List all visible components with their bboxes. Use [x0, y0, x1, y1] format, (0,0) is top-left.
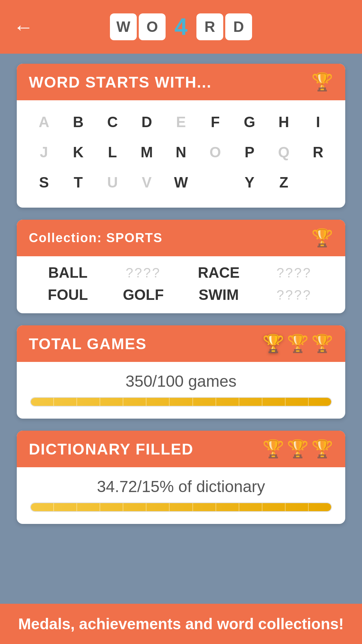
dictionary-filled-body: 34.72/15% of dictionary: [17, 467, 345, 524]
logo: W O 4 R D: [110, 13, 252, 40]
letter-r[interactable]: R: [301, 137, 335, 167]
trophy-icon-dict3: 🏆: [311, 439, 333, 459]
letter-a[interactable]: A: [27, 107, 61, 137]
bottom-banner: Medals, achievements and word collection…: [0, 604, 362, 644]
letter-p[interactable]: P: [232, 137, 266, 167]
sports-word-swim[interactable]: SWIM: [181, 286, 256, 303]
logo-r: R: [196, 13, 223, 40]
word-starts-with-card[interactable]: WORD STARTS WITH... 🏆 A B C D E F G H I …: [17, 64, 345, 208]
letter-e[interactable]: E: [164, 107, 198, 137]
letter-o[interactable]: O: [198, 137, 232, 167]
dictionary-filled-card[interactable]: DICTIONARY FILLED 🏆 🏆 🏆 34.72/15% of dic…: [17, 431, 345, 524]
dictionary-filled-progress-bar: [30, 502, 332, 512]
dictionary-filled-progress-fill: [31, 503, 331, 511]
sports-collection-card[interactable]: Collection: SPORTS 🏆 BALL ???? RACE ????…: [17, 220, 345, 313]
sports-word-foul[interactable]: FOUL: [30, 286, 106, 303]
letter-j[interactable]: J: [27, 137, 61, 167]
word-starts-with-title: WORD STARTS WITH...: [29, 73, 212, 91]
total-games-title: TOTAL GAMES: [29, 335, 147, 353]
header: ← W O 4 R D: [0, 0, 362, 54]
dictionary-filled-header: DICTIONARY FILLED 🏆 🏆 🏆: [17, 431, 345, 467]
sports-unknown-1[interactable]: ????: [106, 265, 181, 280]
letter-z[interactable]: Z: [267, 167, 301, 198]
total-games-header: TOTAL GAMES 🏆 🏆 🏆: [17, 325, 345, 362]
logo-w: W: [110, 13, 137, 40]
letter-y[interactable]: Y: [232, 167, 266, 198]
letter-n[interactable]: N: [164, 137, 198, 167]
logo-d: D: [225, 13, 252, 40]
letter-s[interactable]: S: [27, 167, 61, 198]
letter-w[interactable]: W: [164, 167, 198, 198]
dictionary-filled-title: DICTIONARY FILLED: [29, 440, 193, 458]
sports-word-grid: BALL ???? RACE ???? FOUL GOLF SWIM ????: [17, 256, 345, 313]
letter-h[interactable]: H: [267, 107, 301, 137]
trophy-group-sports: 🏆: [311, 228, 333, 248]
dictionary-filled-segments: [31, 503, 331, 511]
main-content: WORD STARTS WITH... 🏆 A B C D E F G H I …: [0, 54, 362, 534]
letter-u[interactable]: U: [95, 167, 129, 198]
letter-m[interactable]: M: [130, 137, 164, 167]
dictionary-filled-value: 34.72/15% of dictionary: [30, 477, 332, 496]
trophy-icon-bronze1: 🏆: [287, 333, 309, 354]
letter-f[interactable]: F: [198, 107, 232, 137]
letter-b[interactable]: B: [61, 107, 95, 137]
letter-t[interactable]: T: [61, 167, 95, 198]
trophy-icon-dict2: 🏆: [287, 439, 309, 459]
logo-o: O: [139, 13, 166, 40]
sports-collection-header: Collection: SPORTS 🏆: [17, 220, 345, 256]
sports-word-race[interactable]: RACE: [181, 264, 256, 281]
trophy-group-total: 🏆 🏆 🏆: [262, 333, 333, 354]
trophy-icon-sports: 🏆: [311, 228, 333, 248]
letter-d[interactable]: D: [130, 107, 164, 137]
back-button[interactable]: ←: [13, 15, 34, 39]
sports-word-golf[interactable]: GOLF: [106, 286, 181, 303]
total-games-value: 350/100 games: [30, 372, 332, 390]
letter-q[interactable]: Q: [267, 137, 301, 167]
sports-collection-title: Collection: SPORTS: [29, 231, 163, 245]
letter-g[interactable]: G: [232, 107, 266, 137]
trophy-icon-bronze2: 🏆: [311, 333, 333, 354]
total-games-progress-fill: [31, 398, 331, 406]
total-games-progress-bar: [30, 397, 332, 407]
sports-word-ball[interactable]: BALL: [30, 264, 106, 281]
trophy-icon-wsw: 🏆: [311, 72, 333, 92]
trophy-icon-dict1: 🏆: [262, 439, 284, 459]
sports-unknown-3[interactable]: ????: [256, 287, 332, 303]
total-games-body: 350/100 games: [17, 362, 345, 419]
total-games-card[interactable]: TOTAL GAMES 🏆 🏆 🏆 350/100 games: [17, 325, 345, 419]
letter-v[interactable]: V: [130, 167, 164, 198]
letter-l[interactable]: L: [95, 137, 129, 167]
logo-4: 4: [168, 13, 194, 40]
letter-c[interactable]: C: [95, 107, 129, 137]
letter-k[interactable]: K: [61, 137, 95, 167]
sports-unknown-2[interactable]: ????: [256, 265, 332, 280]
trophy-group-dict: 🏆 🏆 🏆: [262, 439, 333, 459]
word-starts-with-header: WORD STARTS WITH... 🏆: [17, 64, 345, 100]
bottom-banner-text: Medals, achievements and word collection…: [18, 615, 344, 633]
letter-grid: A B C D E F G H I J K L M N O P Q R S T …: [17, 100, 345, 208]
letter-i[interactable]: I: [301, 107, 335, 137]
trophy-group-wsw: 🏆: [311, 72, 333, 92]
trophy-icon-gold: 🏆: [262, 333, 284, 354]
total-games-segments: [31, 398, 331, 406]
